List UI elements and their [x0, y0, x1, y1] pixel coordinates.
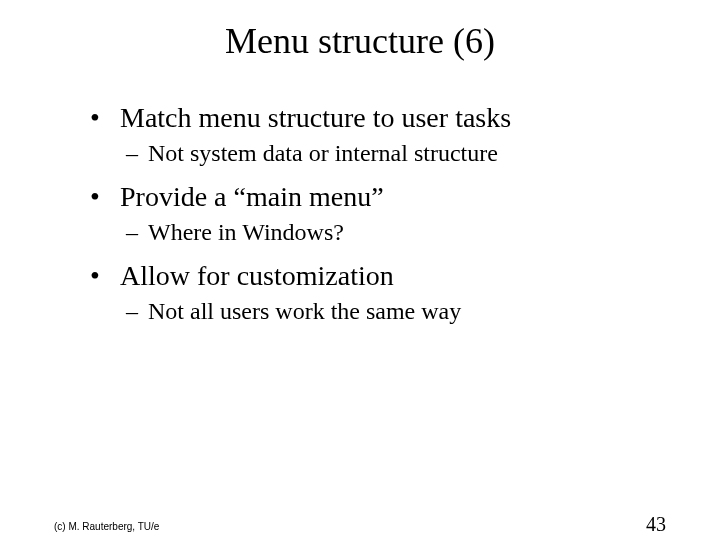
bullet-marker: •: [90, 181, 120, 213]
sub-bullet-text: Where in Windows?: [148, 219, 344, 246]
sub-bullet-marker: –: [126, 140, 148, 167]
bullet-item: • Match menu structure to user tasks: [90, 102, 680, 134]
slide-title: Menu structure (6): [0, 20, 720, 62]
footer-copyright: (c) M. Rauterberg, TU/e: [54, 521, 159, 532]
sub-bullet-item: – Not system data or internal structure: [126, 140, 680, 167]
sub-bullet-text: Not all users work the same way: [148, 298, 461, 325]
bullet-marker: •: [90, 260, 120, 292]
sub-bullet-item: – Where in Windows?: [126, 219, 680, 246]
slide-content: • Match menu structure to user tasks – N…: [90, 102, 680, 325]
sub-bullet-marker: –: [126, 298, 148, 325]
sub-bullet-text: Not system data or internal structure: [148, 140, 498, 167]
bullet-text: Allow for customization: [120, 260, 394, 292]
sub-bullet-item: – Not all users work the same way: [126, 298, 680, 325]
bullet-text: Match menu structure to user tasks: [120, 102, 511, 134]
slide: Menu structure (6) • Match menu structur…: [0, 20, 720, 540]
bullet-item: • Allow for customization: [90, 260, 680, 292]
bullet-item: • Provide a “main menu”: [90, 181, 680, 213]
bullet-marker: •: [90, 102, 120, 134]
bullet-text: Provide a “main menu”: [120, 181, 384, 213]
sub-bullet-marker: –: [126, 219, 148, 246]
page-number: 43: [646, 513, 666, 536]
